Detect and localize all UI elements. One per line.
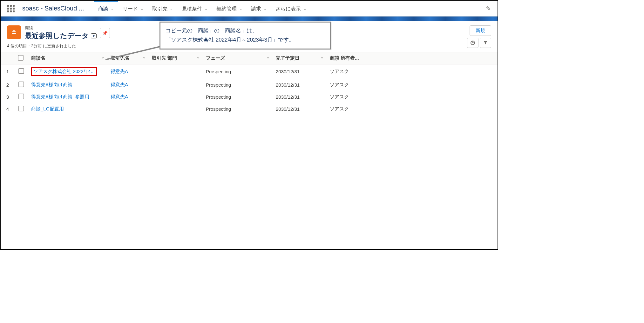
chevron-down-icon: ⌄ — [239, 7, 242, 11]
cell-name: 得意先A様向け商談_参照用 — [28, 91, 107, 103]
opportunity-table: 商談名⌄ 取引先名⌄ 取引先 部門⌄ フェーズ⌄ 完了予定日⌄ 商談 所有者..… — [1, 52, 498, 115]
nav-tab-label: 請求 — [251, 6, 261, 12]
col-owner[interactable]: 商談 所有者... — [327, 52, 498, 64]
nav-tab-5[interactable]: 請求⌄ — [247, 1, 271, 16]
chevron-down-icon: ⌄ — [264, 7, 267, 11]
col-dept[interactable]: 取引先 部門⌄ — [149, 52, 203, 64]
chevron-down-icon: ⌄ — [170, 7, 173, 11]
chevron-down-icon: ⌄ — [111, 7, 114, 11]
callout-line1: コピー元の「商談」の「商談名」は、 — [166, 26, 325, 36]
chevron-down-icon: ⌄ — [321, 55, 323, 59]
row-checkbox-cell — [15, 103, 28, 115]
cell-owner: ソアスク — [327, 64, 498, 79]
pin-list-button[interactable]: 📌 — [100, 28, 110, 38]
cell-dept — [149, 79, 203, 91]
nav-tab-3[interactable]: 見積条件⌄ — [177, 1, 212, 16]
chevron-down-icon: ⌄ — [267, 55, 269, 59]
col-name[interactable]: 商談名⌄ — [28, 52, 107, 64]
nav-tab-6[interactable]: さらに表示⌄ — [271, 1, 311, 16]
cell-close-date: 2030/12/31 — [273, 64, 327, 79]
chevron-down-icon: ⌄ — [205, 7, 207, 11]
nav-tab-label: 商談 — [98, 6, 108, 12]
chevron-down-icon: ⌄ — [101, 55, 104, 59]
row-number: 2 — [1, 79, 15, 91]
table-row: 3得意先A様向け商談_参照用得意先AProspecting2030/12/31ソ… — [1, 91, 498, 103]
account-link[interactable]: 得意先A — [111, 94, 128, 99]
nav-tab-label: リード — [123, 6, 138, 12]
table-row: 1ソアスク株式会社 2022年4...得意先AProspecting2030/1… — [1, 64, 498, 79]
row-checkbox-cell — [15, 64, 28, 79]
col-close-date[interactable]: 完了予定日⌄ — [273, 52, 327, 64]
account-link[interactable]: 得意先A — [111, 69, 128, 74]
nav-tabs: 商談⌄リード⌄取引先⌄見積条件⌄契約管理⌄請求⌄さらに表示⌄ — [94, 1, 481, 16]
nav-tab-0[interactable]: 商談⌄ — [94, 1, 118, 16]
opportunity-link[interactable]: 商談_LC配置用 — [31, 106, 64, 111]
cell-owner: ソアスク — [327, 91, 498, 103]
opportunity-link[interactable]: 得意先A様向け商談 — [31, 82, 72, 87]
edit-nav-icon[interactable]: ✎ — [481, 5, 495, 12]
col-checkbox[interactable] — [15, 52, 28, 64]
nav-tab-2[interactable]: 取引先⌄ — [148, 1, 177, 16]
annotation-callout: コピー元の「商談」の「商談名」は、 「ソアスク株式会社 2022年4月～2023… — [159, 22, 331, 49]
col-rownum — [1, 52, 15, 64]
chart-icon[interactable] — [467, 38, 478, 48]
row-checkbox[interactable] — [18, 94, 24, 99]
app-launcher-icon[interactable] — [7, 5, 15, 12]
cell-name: 得意先A様向け商談 — [28, 79, 107, 91]
cell-account — [107, 103, 149, 115]
chevron-down-icon: ⌄ — [140, 7, 143, 11]
row-checkbox-cell — [15, 91, 28, 103]
row-checkbox[interactable] — [18, 82, 24, 87]
nav-tab-label: 契約管理 — [216, 6, 237, 12]
list-view-name: 最近参照したデータ — [25, 31, 89, 41]
nav-tab-label: 取引先 — [152, 6, 167, 12]
cell-phase: Prospecting — [203, 103, 273, 115]
nav-tab-4[interactable]: 契約管理⌄ — [212, 1, 247, 16]
cell-dept — [149, 103, 203, 115]
decorative-strip — [1, 16, 498, 21]
row-checkbox[interactable] — [18, 68, 24, 74]
caret-down-icon: ▼ — [91, 33, 97, 38]
top-nav: soasc - SalesCloud ... 商談⌄リード⌄取引先⌄見積条件⌄契… — [1, 1, 498, 16]
cell-account: 得意先A — [107, 91, 149, 103]
nav-tab-1[interactable]: リード⌄ — [118, 1, 148, 16]
col-phase[interactable]: フェーズ⌄ — [203, 52, 273, 64]
cell-dept — [149, 91, 203, 103]
list-view-switcher[interactable]: 最近参照したデータ ▼ — [25, 31, 97, 41]
cell-close-date: 2030/12/31 — [273, 79, 327, 91]
filter-icon[interactable] — [480, 38, 491, 48]
cell-account: 得意先A — [107, 64, 149, 79]
new-button[interactable]: 新規 — [470, 25, 491, 36]
nav-tab-label: さらに表示 — [275, 6, 301, 12]
cell-account: 得意先A — [107, 79, 149, 91]
chevron-down-icon: ⌄ — [143, 55, 146, 59]
cell-name: 商談_LC配置用 — [28, 103, 107, 115]
app-name: soasc - SalesCloud ... — [22, 5, 84, 12]
cell-owner: ソアスク — [327, 79, 498, 91]
account-link[interactable]: 得意先A — [111, 82, 128, 87]
col-account[interactable]: 取引先名⌄ — [107, 52, 149, 64]
table-row: 2得意先A様向け商談得意先AProspecting2030/12/31ソアスク — [1, 79, 498, 91]
opportunity-link[interactable]: ソアスク株式会社 2022年4... — [31, 67, 97, 76]
row-number: 3 — [1, 91, 15, 103]
row-number: 4 — [1, 103, 15, 115]
nav-tab-label: 見積条件 — [182, 6, 202, 12]
chevron-down-icon: ⌄ — [197, 55, 200, 59]
cell-name: ソアスク株式会社 2022年4... — [28, 64, 107, 79]
cell-close-date: 2030/12/31 — [273, 91, 327, 103]
table-row: 4商談_LC配置用Prospecting2030/12/31ソアスク — [1, 103, 498, 115]
header-actions: 新規 — [467, 25, 491, 48]
opportunity-link[interactable]: 得意先A様向け商談_参照用 — [31, 94, 89, 99]
object-label: 商談 — [25, 25, 97, 31]
cell-phase: Prospecting — [203, 91, 273, 103]
row-checkbox[interactable] — [18, 106, 24, 111]
cell-close-date: 2030/12/31 — [273, 103, 327, 115]
chevron-down-icon: ⌄ — [303, 7, 306, 11]
row-number: 1 — [1, 64, 15, 79]
cell-dept — [149, 64, 203, 79]
opportunity-icon — [7, 25, 21, 39]
cell-phase: Prospecting — [203, 79, 273, 91]
cell-owner: ソアスク — [327, 103, 498, 115]
cell-phase: Prospecting — [203, 64, 273, 79]
select-all-checkbox[interactable] — [18, 55, 24, 61]
